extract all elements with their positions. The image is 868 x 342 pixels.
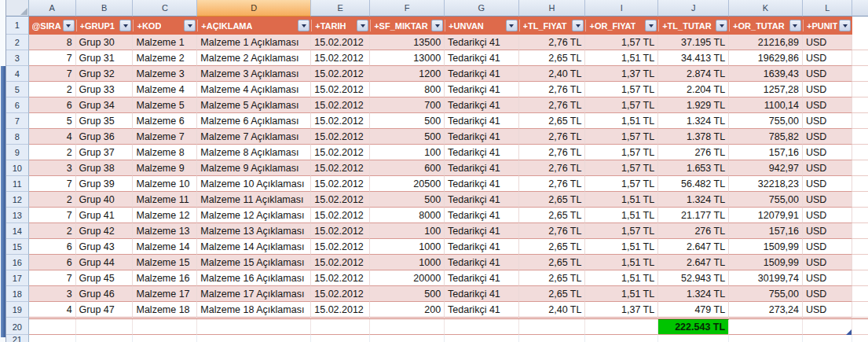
row-header[interactable]: 4: [6, 66, 29, 82]
cell[interactable]: Malzeme 17: [133, 286, 197, 302]
cell[interactable]: 100: [370, 223, 445, 239]
table-resize-handle[interactable]: [846, 329, 852, 335]
row-header[interactable]: 15: [6, 239, 29, 255]
cell[interactable]: Malzeme 18: [133, 302, 197, 318]
cell[interactable]: 800: [370, 82, 445, 97]
cell[interactable]: Grup 46: [76, 286, 134, 302]
cell[interactable]: 2,40 TL: [519, 66, 586, 82]
cell[interactable]: Malzeme 5: [133, 97, 197, 113]
cell[interactable]: Tedarikçi 41: [445, 192, 519, 208]
cell[interactable]: Tedarikçi 41: [445, 82, 519, 97]
cell[interactable]: 2,76 TL: [519, 82, 586, 97]
cell[interactable]: [76, 319, 134, 335]
gridline-cell[interactable]: [852, 129, 868, 145]
cell[interactable]: 56.482 TL: [658, 176, 729, 192]
cell[interactable]: 1,37 TL: [585, 302, 658, 318]
cell[interactable]: 15.02.2012: [311, 145, 370, 160]
cell[interactable]: 21.177 TL: [658, 208, 729, 223]
column-header-G[interactable]: G: [445, 0, 519, 17]
header-cell[interactable]: +TL_FIYAT: [519, 17, 586, 35]
column-header-A[interactable]: A: [29, 0, 76, 17]
cell[interactable]: 276 TL: [658, 145, 729, 160]
cell[interactable]: 479 TL: [658, 302, 729, 318]
cell[interactable]: Malzeme 3: [133, 66, 197, 82]
cell[interactable]: 1,51 TL: [585, 50, 658, 66]
cell[interactable]: 1,57 TL: [585, 82, 658, 97]
cell[interactable]: 1.324 TL: [658, 286, 729, 302]
gridline-cell[interactable]: [852, 50, 868, 66]
cell[interactable]: Malzeme 4: [133, 82, 197, 97]
cell[interactable]: Malzeme 2 Açıklaması: [197, 50, 311, 66]
cell[interactable]: [658, 335, 729, 342]
cell[interactable]: 8: [29, 35, 76, 50]
cell[interactable]: 2.874 TL: [658, 66, 729, 82]
cell[interactable]: 15.02.2012: [311, 113, 370, 129]
row-header[interactable]: 3: [6, 50, 29, 66]
cell[interactable]: 20000: [370, 270, 445, 286]
cell[interactable]: Grup 32: [76, 66, 134, 82]
cell[interactable]: Malzeme 1: [133, 35, 197, 50]
filter-button[interactable]: [431, 20, 443, 31]
cell[interactable]: Malzeme 15: [133, 255, 197, 270]
cell[interactable]: 15.02.2012: [311, 239, 370, 255]
cell[interactable]: 1509,99: [729, 255, 803, 270]
cell[interactable]: Malzeme 3 Açıklaması: [197, 66, 311, 82]
column-header-C[interactable]: C: [133, 0, 197, 17]
column-header-K[interactable]: K: [729, 0, 803, 17]
gridline-cell[interactable]: [852, 286, 868, 302]
cell[interactable]: Malzeme 8 Açıklaması: [197, 145, 311, 160]
cell[interactable]: USD: [803, 97, 852, 113]
gridline-cell[interactable]: [852, 35, 868, 50]
gridline-cell[interactable]: [852, 145, 868, 160]
cell[interactable]: Malzeme 10 Açıklaması: [197, 176, 311, 192]
cell[interactable]: Malzeme 9 Açıklaması: [197, 160, 311, 176]
cell[interactable]: 15.02.2012: [311, 66, 370, 82]
cell[interactable]: 100: [370, 145, 445, 160]
cell[interactable]: 37.195 TL: [658, 35, 729, 50]
cell[interactable]: 2,65 TL: [519, 208, 586, 223]
row-header[interactable]: 6: [6, 97, 29, 113]
cell[interactable]: 2: [29, 145, 76, 160]
cell[interactable]: Grup 31: [76, 50, 134, 66]
gridline-cell[interactable]: [852, 319, 868, 335]
cell[interactable]: 500: [370, 129, 445, 145]
cell[interactable]: 2,76 TL: [519, 35, 586, 50]
cell[interactable]: Tedarikçi 41: [445, 223, 519, 239]
cell[interactable]: Grup 44: [76, 255, 134, 270]
cell[interactable]: 1,57 TL: [585, 160, 658, 176]
cell[interactable]: 2: [29, 223, 76, 239]
gridline-cell[interactable]: [852, 176, 868, 192]
cell[interactable]: 1.324 TL: [658, 113, 729, 129]
cell[interactable]: 1,57 TL: [585, 223, 658, 239]
cell[interactable]: Malzeme 5 Açıklaması: [197, 97, 311, 113]
cell[interactable]: 1,51 TL: [585, 192, 658, 208]
cell[interactable]: [29, 319, 76, 335]
header-cell[interactable]: +UNVAN: [445, 17, 519, 35]
cell[interactable]: 3: [29, 286, 76, 302]
cell[interactable]: Grup 38: [76, 160, 134, 176]
gridline-cell[interactable]: [852, 66, 868, 82]
cell[interactable]: 6: [29, 255, 76, 270]
cell[interactable]: 1.378 TL: [658, 129, 729, 145]
gridline-cell[interactable]: [852, 208, 868, 223]
cell[interactable]: 1,37 TL: [585, 66, 658, 82]
cell[interactable]: Grup 42: [76, 223, 134, 239]
row-header[interactable]: 8: [6, 129, 29, 145]
cell[interactable]: 19629,86: [729, 50, 803, 66]
cell[interactable]: [29, 335, 76, 342]
cell[interactable]: Tedarikçi 41: [445, 255, 519, 270]
filter-button[interactable]: [839, 20, 851, 31]
cell[interactable]: USD: [803, 223, 852, 239]
cell[interactable]: 7: [29, 50, 76, 66]
header-cell[interactable]: +PUNIT: [803, 17, 852, 35]
header-cell[interactable]: +OR_TUTAR: [729, 17, 803, 35]
cell[interactable]: Grup 33: [76, 82, 134, 97]
cell[interactable]: USD: [803, 50, 852, 66]
cell[interactable]: Tedarikçi 41: [445, 129, 519, 145]
cell[interactable]: [585, 335, 658, 342]
cell[interactable]: Grup 35: [76, 113, 134, 129]
filter-button[interactable]: [298, 20, 309, 31]
cell[interactable]: 52.943 TL: [658, 270, 729, 286]
row-header[interactable]: 13: [6, 208, 29, 223]
cell[interactable]: 1,57 TL: [585, 35, 658, 50]
